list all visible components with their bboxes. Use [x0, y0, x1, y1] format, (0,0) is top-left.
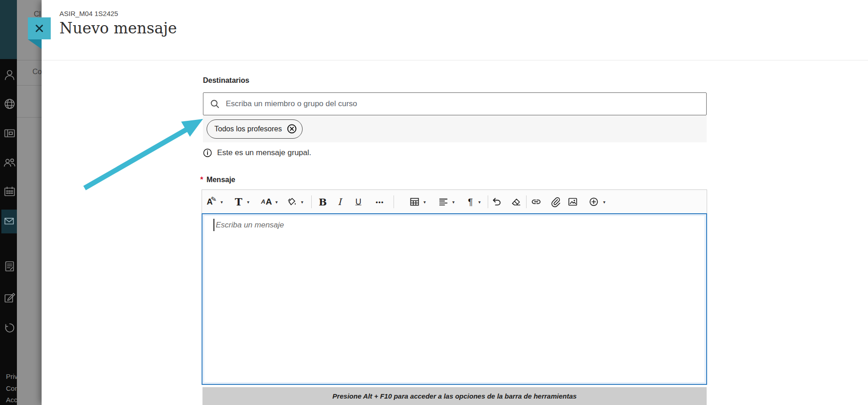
text-style-caret[interactable]: ▾ [220, 199, 223, 204]
edit-square-icon [3, 291, 16, 304]
sidebar-item-messages-active[interactable] [1, 210, 17, 233]
sidebar-item-groups[interactable] [3, 156, 16, 169]
toolbar-hint-text: Presione Alt + F10 para acceder a las op… [332, 392, 576, 400]
editor-placeholder: Escriba un mensaje [216, 221, 284, 230]
insert-table-button[interactable] [409, 196, 420, 207]
font-size-button[interactable]: AA [261, 197, 272, 207]
page-dim-overlay: Cl Co [17, 0, 42, 405]
bg-content-tab-fragment: Co [32, 68, 42, 76]
image-icon [567, 196, 578, 207]
insert-content-button[interactable] [588, 196, 599, 207]
sidebar-item-signout[interactable] [3, 321, 16, 335]
sidebar-item-calendar[interactable] [3, 185, 16, 199]
close-panel-button[interactable] [28, 17, 51, 39]
bg-divider [17, 60, 42, 60]
recipients-chip-row: Todos los profesores [203, 115, 707, 142]
footer-link-accessibility[interactable]: Acc [6, 396, 17, 404]
table-icon [409, 196, 420, 207]
message-editor: A✎ ▾ T ▾ AA ▾ ▾ B I U ••• ▾ ▾ [202, 189, 707, 385]
remove-circle-x-icon [287, 124, 297, 134]
recipient-chip[interactable]: Todos los profesores [207, 119, 303, 139]
sidebar-item-globe[interactable] [3, 97, 16, 111]
toolbar-separator [311, 195, 312, 208]
remove-recipient-button[interactable] [287, 124, 297, 134]
screen: Priv Con Acc Cl Co ASIR_M04 1S2425 Nuevo… [0, 0, 868, 405]
font-size-caret[interactable]: ▾ [275, 199, 277, 204]
undo-button[interactable] [491, 196, 502, 207]
more-formatting-button[interactable]: ••• [376, 198, 384, 205]
sidebar-item-institution[interactable] [3, 126, 16, 140]
insert-content-caret[interactable]: ▾ [603, 199, 605, 204]
message-editor-content[interactable]: Escriba un mensaje [202, 213, 707, 385]
group-message-info-text: Este es un mensaje grupal. [217, 148, 311, 157]
paint-bucket-icon [286, 196, 297, 207]
close-icon [33, 22, 45, 34]
message-label-row: * Mensaje [200, 175, 235, 184]
page-title: Nuevo mensaje [59, 19, 177, 37]
insert-table-caret[interactable]: ▾ [423, 199, 426, 204]
globe-icon [3, 97, 16, 111]
profile-icon [3, 68, 16, 81]
groups-icon [3, 156, 16, 169]
back-arrow-circle-icon [3, 321, 16, 335]
editor-toolbar: A✎ ▾ T ▾ AA ▾ ▾ B I U ••• ▾ ▾ [202, 189, 707, 213]
heading-style-caret[interactable]: ▾ [247, 199, 249, 204]
paragraph-button[interactable]: ¶ [468, 196, 473, 207]
plus-circle-icon [588, 196, 599, 207]
institution-page-icon [3, 126, 16, 140]
header-divider [42, 60, 868, 60]
undo-icon [491, 196, 502, 207]
toolbar-separator [488, 195, 488, 208]
insert-link-button[interactable] [531, 196, 542, 207]
sidebar-item-grades[interactable] [3, 259, 16, 273]
calendar-icon [3, 185, 16, 199]
align-button[interactable] [438, 196, 449, 207]
bold-button[interactable]: B [319, 196, 327, 207]
bg-divider [17, 85, 42, 86]
eraser-icon [511, 196, 522, 207]
link-icon [531, 196, 542, 207]
course-code: ASIR_M04 1S2425 [59, 10, 118, 17]
required-marker: * [200, 175, 203, 184]
highlight-color-button[interactable] [286, 196, 297, 207]
sidebar-item-activity[interactable] [3, 291, 16, 304]
heading-style-button[interactable]: T [235, 196, 242, 208]
search-icon [209, 98, 220, 109]
text-cursor [213, 219, 214, 231]
attach-file-button[interactable] [550, 196, 561, 207]
underline-button[interactable]: U [356, 197, 362, 206]
bg-divider [17, 117, 42, 118]
footer-link-privacy[interactable]: Priv [6, 373, 18, 380]
messages-envelope-icon [3, 215, 16, 227]
toolbar-separator [394, 195, 394, 208]
recipients-search-input[interactable] [225, 99, 700, 109]
eraser-button[interactable] [511, 196, 522, 207]
highlight-color-caret[interactable]: ▾ [301, 199, 303, 204]
sidebar-logo-block [0, 0, 17, 59]
text-style-button[interactable]: A✎ [207, 197, 217, 206]
italic-button[interactable]: I [338, 196, 341, 207]
align-caret[interactable]: ▾ [452, 199, 454, 204]
pencil-icon: ✎ [210, 195, 217, 204]
message-label: Mensaje [207, 176, 235, 184]
recipients-label: Destinatarios [203, 76, 249, 85]
info-icon [203, 148, 212, 157]
insert-image-button[interactable] [567, 196, 578, 207]
recipient-chip-label: Todos los profesores [214, 125, 282, 133]
recipients-search-box [203, 92, 707, 115]
toolbar-hint-bar: Presione Alt + F10 para acceder a las op… [202, 387, 707, 405]
group-message-info: Este es un mensaje grupal. [203, 148, 311, 157]
toolbar-separator [526, 195, 527, 208]
paperclip-icon [550, 196, 561, 207]
paragraph-caret[interactable]: ▾ [478, 199, 480, 204]
sidebar-item-profile[interactable] [3, 68, 16, 81]
app-sidebar: Priv Con Acc [0, 0, 17, 405]
align-left-icon [438, 196, 449, 207]
grades-doc-icon [3, 259, 16, 273]
